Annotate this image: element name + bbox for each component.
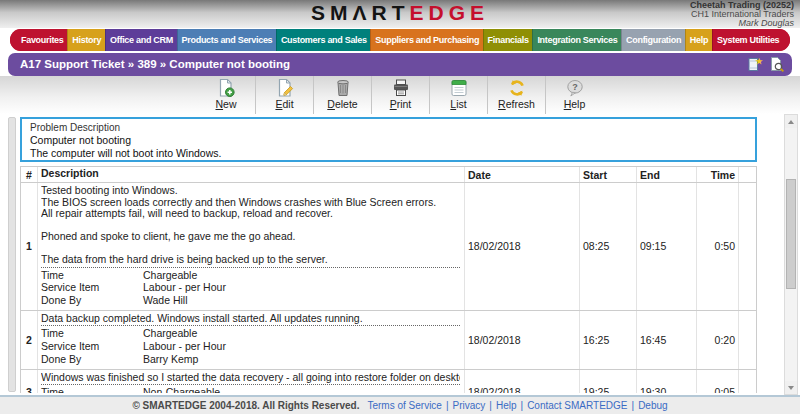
document-preview-icon[interactable] bbox=[768, 56, 785, 73]
entry-details: TimeChargeableService ItemLabour - per H… bbox=[41, 325, 460, 365]
bookmark-add-icon[interactable]: ★ bbox=[746, 56, 763, 73]
detail-label: Time bbox=[41, 269, 143, 282]
menu-item-office-and-crm[interactable]: Office and CRM bbox=[105, 29, 177, 51]
arrow-up-icon bbox=[788, 120, 794, 124]
row-end-time: 09:15 bbox=[636, 183, 696, 310]
menu-item-financials[interactable]: Financials bbox=[483, 29, 533, 51]
detail-label: Done By bbox=[41, 353, 143, 366]
menu-item-favourites[interactable]: Favourites bbox=[10, 29, 67, 51]
problem-detail: The computer will not boot into Windows. bbox=[30, 147, 747, 160]
detail-value: Non-Chargeable bbox=[143, 386, 460, 393]
ticket-entries-table: # Description Date Start End Time 1Teste… bbox=[20, 166, 757, 393]
footer: © SMARTEDGE 2004-2018. All Rights Reserv… bbox=[0, 395, 800, 414]
ticket-entry-row[interactable]: 3Windows was finished so I started the d… bbox=[21, 369, 756, 393]
ticket-entry-row[interactable]: 2Data backup completed. Windows install … bbox=[21, 310, 756, 369]
list-icon bbox=[449, 78, 469, 98]
footer-link-separator: | bbox=[521, 400, 524, 411]
breadcrumb-bar: A17 Support Ticket » 389 » Computer not … bbox=[0, 52, 800, 76]
detail-value: Wade Hill bbox=[143, 294, 460, 307]
detail-row: TimeChargeable bbox=[41, 327, 460, 340]
toolbar: NewEditDeletePrintListRefresh?Help bbox=[0, 76, 800, 114]
footer-links: Terms of Service|Privacy|Help|Contact SM… bbox=[367, 400, 667, 411]
footer-link-privacy[interactable]: Privacy bbox=[453, 400, 486, 411]
description-line: Tested booting into Windows. bbox=[41, 185, 460, 197]
toolbar-button-label: List bbox=[450, 98, 466, 110]
row-spacer bbox=[738, 183, 756, 310]
menu-item-integration-services[interactable]: Integration Services bbox=[532, 29, 621, 51]
problem-description-box: Problem Description Computer not booting… bbox=[20, 117, 757, 162]
detail-value: Barry Kemp bbox=[143, 353, 460, 366]
description-line: Phoned and spoke to client, he gave me t… bbox=[41, 231, 460, 243]
delete-button[interactable]: Delete bbox=[313, 76, 371, 114]
column-header-spacer bbox=[738, 167, 756, 182]
footer-link-help[interactable]: Help bbox=[496, 400, 517, 411]
row-number: 1 bbox=[21, 183, 37, 310]
entry-details: TimeNon-ChargeableService ItemLabour - p… bbox=[41, 384, 460, 393]
column-header-time: Time bbox=[696, 167, 738, 182]
vertical-scrollbar[interactable] bbox=[784, 114, 798, 395]
description-line: Windows was finished so I started the da… bbox=[41, 372, 460, 384]
description-line bbox=[41, 220, 460, 232]
new-button[interactable]: New bbox=[197, 76, 255, 114]
description-line: Data backup completed. Windows install s… bbox=[41, 313, 460, 325]
table-header-row: # Description Date Start End Time bbox=[21, 166, 756, 183]
problem-description-label: Problem Description bbox=[30, 121, 747, 134]
scrollbar-thumb[interactable] bbox=[786, 179, 796, 289]
description-line bbox=[41, 243, 460, 255]
refresh-button[interactable]: Refresh bbox=[487, 76, 545, 114]
row-description: Tested booting into Windows.The BIOS scr… bbox=[37, 183, 464, 310]
row-number: 3 bbox=[21, 370, 37, 393]
detail-value: Labour - per Hour bbox=[143, 340, 460, 353]
footer-link-contact-smartedge[interactable]: Contact SMARTEDGE bbox=[527, 400, 627, 411]
column-header-num: # bbox=[21, 167, 37, 182]
edit-button[interactable]: Edit bbox=[255, 76, 313, 114]
menu-item-configuration[interactable]: Configuration bbox=[621, 29, 685, 51]
row-date: 18/02/2018 bbox=[464, 183, 579, 310]
row-date: 18/02/2018 bbox=[464, 370, 579, 393]
menu-item-system-utilities[interactable]: System Utilities bbox=[712, 29, 790, 51]
ticket-entry-row[interactable]: 1Tested booting into Windows.The BIOS sc… bbox=[21, 183, 756, 310]
entry-details: TimeChargeableService ItemLabour - per H… bbox=[41, 267, 460, 307]
print-button[interactable]: Print bbox=[371, 76, 429, 114]
row-date: 18/02/2018 bbox=[464, 311, 579, 369]
arrow-down-icon bbox=[788, 386, 794, 390]
detail-row: Done ByBarry Kemp bbox=[41, 353, 460, 366]
help-icon: ? bbox=[565, 78, 585, 98]
row-duration: 0:05 bbox=[696, 370, 738, 393]
row-end-time: 19:30 bbox=[636, 370, 696, 393]
toolbar-button-label: Delete bbox=[327, 98, 357, 110]
svg-text:?: ? bbox=[572, 82, 578, 92]
list-button[interactable]: List bbox=[429, 76, 487, 114]
menu-item-customers-and-sales[interactable]: Customers and Sales bbox=[276, 29, 370, 51]
row-description: Windows was finished so I started the da… bbox=[37, 370, 464, 393]
row-duration: 0:50 bbox=[696, 183, 738, 310]
scroll-down-button[interactable] bbox=[785, 381, 797, 394]
footer-link-debug[interactable]: Debug bbox=[638, 400, 667, 411]
footer-link-separator: | bbox=[489, 400, 492, 411]
print-icon bbox=[391, 78, 411, 98]
menu-item-products-and-services[interactable]: Products and Services bbox=[177, 29, 276, 51]
row-spacer bbox=[738, 370, 756, 393]
company-info: Cheetah Trading (20252) CH1 Internationa… bbox=[690, 1, 794, 28]
logo-text-red: EDGE bbox=[409, 1, 489, 24]
footer-link-terms-of-service[interactable]: Terms of Service bbox=[367, 400, 441, 411]
new-document-icon bbox=[216, 78, 236, 98]
detail-label: Time bbox=[41, 386, 143, 393]
problem-title: Computer not booting bbox=[30, 134, 747, 147]
detail-row: TimeChargeable bbox=[41, 269, 460, 282]
help-button[interactable]: ?Help bbox=[545, 76, 603, 114]
menu-item-help[interactable]: Help bbox=[685, 29, 712, 51]
scroll-up-button[interactable] bbox=[785, 115, 797, 128]
breadcrumb: A17 Support Ticket » 389 » Computer not … bbox=[8, 53, 792, 76]
app-window: SMΛRTEDGE Cheetah Trading (20252) CH1 In… bbox=[0, 0, 800, 414]
menu-item-history[interactable]: History bbox=[67, 29, 105, 51]
column-header-start: Start bbox=[579, 167, 636, 182]
detail-value: Chargeable bbox=[143, 327, 460, 340]
row-duration: 0:20 bbox=[696, 311, 738, 369]
detail-row: Service ItemLabour - per Hour bbox=[41, 281, 460, 294]
description-line: The data from the hard drive is being ba… bbox=[41, 254, 460, 266]
detail-value: Chargeable bbox=[143, 269, 460, 282]
menu-item-suppliers-and-purchasing[interactable]: Suppliers and Purchasing bbox=[370, 29, 482, 51]
logged-in-user: Mark Douglas bbox=[690, 19, 794, 28]
row-spacer bbox=[738, 311, 756, 369]
